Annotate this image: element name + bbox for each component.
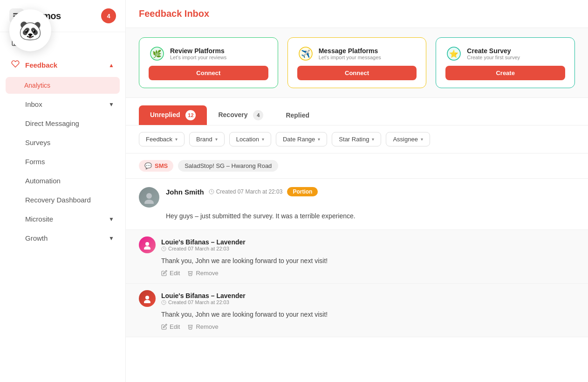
page-title: Feedback Inbox: [139, 8, 575, 19]
message-platforms-subtitle: Let's import your messages: [319, 55, 381, 60]
unreplied-count-badge: 12: [185, 110, 196, 120]
svg-text:🌿: 🌿: [152, 49, 162, 58]
recovery-dashboard-label: Recovery Dashboard: [25, 196, 91, 204]
main-content: Feedback Inbox 🌿 Review Platforms Let's …: [126, 0, 588, 382]
reply-card-1: Louie's Bifanas – Lavender Created 07 Ma…: [126, 230, 588, 284]
filters-row: Feedback ▾ Brand ▾ Location ▾ Date Range…: [126, 125, 588, 153]
sidebar-item-surveys[interactable]: Surveys: [0, 133, 125, 152]
message-platforms-icon: ✈️: [297, 45, 314, 62]
reply-2-avatar: [139, 290, 156, 307]
filter-brand-label: Brand: [196, 136, 212, 143]
message-body: Hey guys – just submitted the survey. It…: [166, 211, 575, 221]
reply-2-remove-button[interactable]: Remove: [187, 323, 218, 330]
filter-date-range-chevron: ▾: [318, 137, 320, 142]
tab-unreplied[interactable]: Unreplied 12: [139, 105, 207, 125]
conversation-area: 💬 SMS SaladStop! SG – Hwarong Road John …: [126, 153, 588, 382]
sidebar-item-feedback[interactable]: Feedback ▲: [0, 54, 125, 76]
direct-messaging-label: Direct Messaging: [25, 119, 79, 127]
feedback-chevron: ▲: [109, 62, 114, 69]
microsite-label: Microsite: [25, 215, 53, 223]
john-smith-avatar: [139, 187, 159, 208]
inbox-tabs: Unreplied 12 Recovery 4 Replied: [126, 98, 588, 125]
microsite-chevron: ▼: [109, 216, 114, 222]
filter-brand[interactable]: Brand ▾: [189, 132, 225, 146]
sidebar-item-inbox[interactable]: Inbox ▼: [0, 95, 125, 114]
review-platforms-icon: 🌿: [149, 45, 165, 62]
analytics-label: Analytics: [24, 82, 50, 89]
review-platforms-card: 🌿 Review Platforms Let's import your rev…: [139, 37, 278, 88]
review-platforms-subtitle: Let's import your reviews: [170, 55, 226, 60]
sidebar-item-forms[interactable]: Forms: [0, 152, 125, 171]
review-platforms-connect-button[interactable]: Connect: [149, 66, 268, 80]
filter-star-rating-chevron: ▾: [372, 137, 374, 142]
inbox-label: Inbox: [25, 100, 42, 108]
svg-point-12: [145, 242, 149, 246]
create-survey-icon: ⭐: [445, 45, 462, 62]
forms-label: Forms: [25, 158, 45, 166]
filter-date-range-label: Date Range: [283, 136, 315, 143]
filter-location-label: Location: [236, 136, 259, 143]
feedback-label: Feedback: [25, 61, 57, 69]
notification-badge[interactable]: 4: [101, 8, 116, 23]
filter-location[interactable]: Location ▾: [229, 132, 271, 146]
message-card: John Smith Created 07 March at 22:03 Por…: [126, 179, 588, 230]
reply-2-edit-button[interactable]: Edit: [161, 323, 180, 330]
thread-header: 💬 SMS SaladStop! SG – Hwarong Road: [126, 153, 588, 179]
reply-card-2: Louie's Bifanas – Lavender Created 07 Ma…: [126, 284, 588, 337]
svg-point-10: [144, 200, 154, 204]
sidebar: momos 4 Home Feedback ▲ Analytics: [0, 0, 126, 382]
create-survey-button[interactable]: Create: [445, 66, 565, 80]
filter-assignee[interactable]: Assignee ▾: [386, 132, 430, 146]
svg-point-16: [144, 300, 150, 303]
create-survey-card: ⭐ Create Survey Create your first survey…: [436, 37, 575, 88]
sidebar-item-direct-messaging[interactable]: Direct Messaging: [0, 114, 125, 133]
reply-1-name: Louie's Bifanas – Lavender: [161, 238, 246, 246]
filter-star-rating[interactable]: Star Rating ▾: [332, 132, 381, 146]
filter-assignee-chevron: ▾: [421, 137, 423, 142]
momos-avatar: 🐼: [9, 9, 51, 51]
reply-1-remove-button[interactable]: Remove: [187, 270, 218, 277]
main-header: Feedback Inbox: [126, 0, 588, 28]
growth-chevron: ▼: [109, 235, 114, 242]
svg-point-13: [144, 246, 150, 250]
feedback-icon: [11, 60, 20, 70]
sms-icon: 💬: [144, 162, 152, 169]
sidebar-subitem-analytics[interactable]: Analytics: [6, 77, 120, 94]
message-platforms-connect-button[interactable]: Connect: [297, 66, 417, 80]
reply-2-name: Louie's Bifanas – Lavender: [161, 292, 246, 299]
reply-1-body: Thank you, John we are looking forward t…: [161, 256, 575, 266]
sidebar-item-microsite[interactable]: Microsite ▼: [0, 209, 125, 229]
filter-feedback[interactable]: Feedback ▾: [139, 132, 185, 146]
growth-label: Growth: [25, 234, 48, 242]
tab-replied[interactable]: Replied: [274, 107, 321, 124]
message-timestamp: Created 07 March at 22:03: [209, 188, 283, 195]
sidebar-item-growth[interactable]: Growth ▼: [0, 229, 125, 248]
inbox-chevron: ▼: [109, 101, 114, 108]
message-sender-name: John Smith: [166, 188, 204, 196]
filter-brand-chevron: ▾: [215, 137, 218, 142]
automation-label: Automation: [25, 177, 61, 185]
sidebar-item-recovery-dashboard[interactable]: Recovery Dashboard: [0, 190, 125, 209]
filter-assignee-label: Assignee: [393, 136, 417, 143]
message-platforms-card: ✈️ Message Platforms Let's import your m…: [287, 37, 427, 88]
reply-1-edit-button[interactable]: Edit: [161, 270, 180, 277]
reply-2-body: Thank you, John we are looking forward t…: [161, 310, 575, 319]
filter-feedback-label: Feedback: [146, 136, 172, 143]
svg-text:✈️: ✈️: [301, 49, 310, 58]
review-platforms-title: Review Platforms: [170, 47, 226, 55]
filter-date-range[interactable]: Date Range ▾: [276, 132, 327, 146]
surveys-label: Surveys: [25, 139, 50, 146]
filter-location-chevron: ▾: [262, 137, 264, 142]
create-survey-subtitle: Create your first survey: [467, 55, 520, 60]
thread-location-pill: SaladStop! SG – Hwarong Road: [178, 160, 278, 172]
reply-1-time: Created 07 March at 22:03: [161, 246, 246, 251]
filter-feedback-chevron: ▾: [175, 137, 178, 142]
tab-recovery[interactable]: Recovery 4: [207, 105, 274, 125]
reply-2-time: Created 07 March at 22:03: [161, 299, 246, 305]
create-survey-title: Create Survey: [467, 47, 520, 55]
sidebar-item-automation[interactable]: Automation: [0, 171, 125, 190]
svg-text:⭐: ⭐: [449, 49, 458, 58]
sms-label: SMS: [155, 162, 168, 169]
portion-badge: Portion: [287, 187, 318, 196]
recovery-count-badge: 4: [253, 110, 263, 120]
